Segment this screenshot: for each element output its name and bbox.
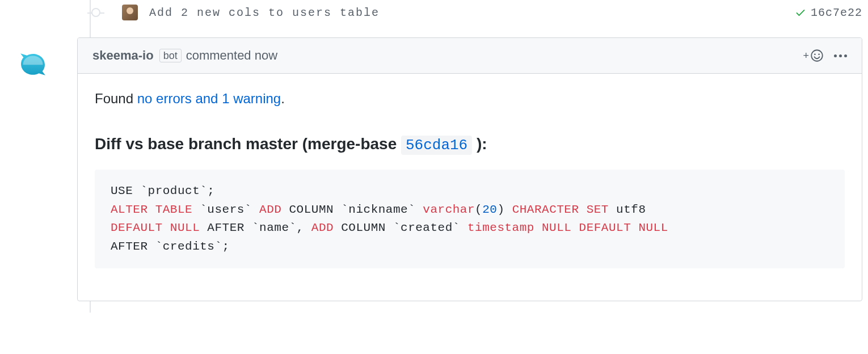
diff-heading: Diff vs base branch master (merge-base 5… [95, 135, 845, 154]
commit-row: Add 2 new cols to users table 16c7e22 [6, 0, 862, 37]
svg-point-1 [814, 53, 816, 55]
comment-verb: commented [186, 48, 251, 63]
comment-author[interactable]: skeema-io [92, 48, 154, 63]
status-summary: Found no errors and 1 warning. [95, 91, 845, 107]
bot-badge: bot [159, 49, 182, 62]
merge-base-sha[interactable]: 56cda16 [401, 136, 472, 155]
commit-marker-icon [91, 8, 100, 17]
errors-warnings-link[interactable]: no errors and 1 warning [137, 91, 281, 106]
comment-header: skeema-io bot commented now + [78, 38, 862, 74]
bot-avatar[interactable] [17, 50, 49, 82]
commit-sha[interactable]: 16c7e22 [811, 6, 862, 19]
commit-message[interactable]: Add 2 new cols to users table [149, 6, 795, 19]
smiley-icon [810, 49, 824, 62]
more-actions-button[interactable] [834, 54, 847, 57]
commit-status[interactable]: 16c7e22 [795, 6, 862, 19]
comment-timestamp[interactable]: now [251, 48, 277, 63]
svg-point-0 [811, 50, 823, 61]
sql-diff-code: USE `product`; ALTER TABLE `users` ADD C… [95, 170, 845, 268]
plus-icon: + [803, 50, 809, 61]
svg-point-2 [818, 53, 820, 55]
check-icon [795, 7, 806, 18]
avatar[interactable] [122, 5, 138, 20]
comment-card: skeema-io bot commented now + [77, 37, 862, 301]
comment-body: Found no errors and 1 warning. Diff vs b… [78, 74, 862, 301]
add-reaction-button[interactable]: + [803, 49, 824, 62]
